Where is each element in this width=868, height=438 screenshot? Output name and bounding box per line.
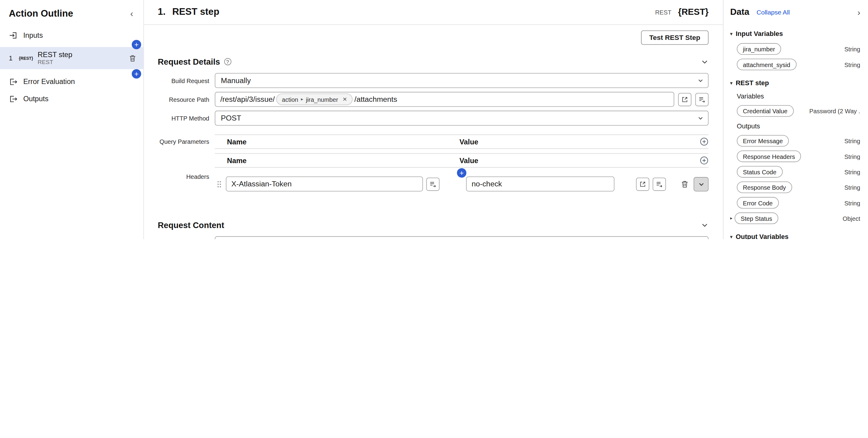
- section-title: Output Variables: [736, 233, 788, 239]
- sidebar-item-error-evaluation[interactable]: Error Evaluation: [0, 73, 143, 90]
- caret-down-icon: ▾: [730, 31, 732, 36]
- insert-header-row-button[interactable]: +: [457, 168, 466, 178]
- section-input-variables[interactable]: ▾ Input Variables: [730, 30, 860, 38]
- chevron-down-icon: [698, 115, 704, 121]
- help-icon[interactable]: ?: [224, 58, 231, 65]
- toggle-input-type-button[interactable]: [636, 177, 650, 191]
- outputs-icon: [9, 94, 18, 103]
- data-pill-type: String: [844, 153, 861, 160]
- page-title-number: 1.: [158, 7, 166, 18]
- page-title: 1. REST step: [158, 7, 219, 18]
- step-type-label: REST: [655, 9, 672, 15]
- resource-path-input[interactable]: /rest/api/3/issue/ action ▸ jira_number …: [215, 92, 674, 107]
- step-subtitle: REST: [38, 59, 72, 66]
- pill-arrow-icon: ▸: [301, 97, 303, 102]
- rest-type-badge: {REST}: [678, 7, 708, 17]
- section-rest-step[interactable]: ▾ REST step: [730, 79, 860, 87]
- collapse-all-link[interactable]: Collapse All: [756, 9, 858, 15]
- data-pill[interactable]: Response Headers: [737, 150, 801, 162]
- data-pill-row: Error Code String: [737, 197, 860, 208]
- data-pill[interactable]: Credential Value: [737, 105, 794, 116]
- collapse-section-icon[interactable]: [701, 221, 709, 229]
- data-pill-row: jira_number String: [737, 43, 860, 55]
- add-step-button-top[interactable]: +: [132, 40, 141, 49]
- data-panel-header: Data Collapse All ›: [730, 0, 860, 25]
- data-panel: Data Collapse All › ▾ Input Variables ji…: [723, 0, 868, 239]
- sidebar-item-inputs[interactable]: Inputs: [0, 27, 143, 44]
- http-method-select[interactable]: POST: [215, 110, 709, 125]
- step-editor: 1. REST step REST {REST} Test REST Step …: [144, 0, 723, 239]
- step-editor-header: 1. REST step REST {REST}: [144, 0, 723, 25]
- action-outline-panel: Action Outline ‹ Inputs + 1 {REST} REST …: [0, 0, 144, 239]
- headers-label: Headers: [158, 173, 209, 179]
- data-pill-type: Password (2 Way ...: [809, 107, 861, 114]
- data-pill-row: Response Headers String: [737, 150, 860, 162]
- request-content-title: Request Content: [158, 220, 224, 230]
- resource-path-prefix: /rest/api/3/issue/: [220, 95, 275, 103]
- rest-badge-icon: {REST}: [19, 56, 33, 60]
- sidebar-item-outputs[interactable]: Outputs: [0, 90, 143, 107]
- resource-path-suffix: /attachments: [354, 95, 397, 103]
- column-header-name: Name: [227, 137, 459, 145]
- data-pill[interactable]: Status Code: [737, 166, 782, 177]
- data-pill[interactable]: Error Code: [737, 197, 779, 208]
- action-outline-title: Action Outline: [9, 8, 73, 19]
- data-pill-picker-button[interactable]: [695, 93, 708, 106]
- subsection-outputs: Outputs: [737, 122, 860, 130]
- request-type-select[interactable]: Multipart: [215, 236, 709, 239]
- data-pill-picker-button[interactable]: [652, 177, 666, 191]
- resource-path-label: Resource Path: [158, 96, 209, 103]
- section-output-variables[interactable]: ▾ Output Variables: [730, 233, 860, 239]
- chevron-right-icon[interactable]: ›: [858, 7, 860, 17]
- action-designer-app: Action Outline ‹ Inputs + 1 {REST} REST …: [0, 0, 868, 239]
- data-pill-picker-button[interactable]: [426, 177, 439, 191]
- collapse-row-button[interactable]: [693, 177, 708, 191]
- subsection-variables: Variables: [737, 93, 860, 100]
- remove-pill-icon[interactable]: ✕: [342, 96, 347, 102]
- header-name-input[interactable]: X-Atlassian-Token: [226, 176, 423, 191]
- sidebar-item-label: Outputs: [23, 95, 49, 103]
- request-content-section-header: Request Content: [158, 220, 708, 230]
- add-query-parameter-button[interactable]: [700, 137, 708, 146]
- add-header-button[interactable]: [700, 156, 708, 165]
- sidebar-item-label: Inputs: [23, 31, 43, 39]
- data-pill-row: ▸ Step Status Object: [730, 212, 860, 224]
- http-method-label: HTTP Method: [158, 115, 209, 122]
- caret-down-icon: ▾: [730, 80, 732, 85]
- caret-right-icon[interactable]: ▸: [730, 216, 732, 221]
- chevron-left-icon: ‹: [130, 9, 133, 18]
- data-pill-row: Status Code String: [737, 166, 860, 177]
- data-pill[interactable]: jira_number: [737, 43, 781, 55]
- sidebar-step-rest[interactable]: 1 {REST} REST step REST: [0, 47, 143, 69]
- step-index: 1: [9, 54, 14, 62]
- data-pill-jira-number[interactable]: action ▸ jira_number ✕: [277, 94, 353, 105]
- step-text: REST step REST: [38, 51, 72, 66]
- column-header-value: Value: [459, 156, 700, 164]
- data-pill-type: String: [844, 137, 861, 144]
- toggle-input-type-button[interactable]: [678, 93, 691, 106]
- query-parameters-table: Name Value: [215, 134, 709, 149]
- step-title: REST step: [38, 51, 72, 59]
- add-step-button-bottom[interactable]: +: [132, 69, 141, 78]
- collapse-outline-button[interactable]: ‹: [126, 8, 138, 20]
- section-title: REST step: [736, 79, 769, 87]
- drag-handle-icon[interactable]: [217, 180, 221, 188]
- data-pill[interactable]: attachment_sysid: [737, 59, 796, 70]
- action-outline-header: Action Outline ‹: [0, 0, 143, 27]
- data-pill-type: String: [844, 45, 861, 52]
- header-value-input[interactable]: no-check: [466, 176, 614, 191]
- data-pill-row: Credential Value Password (2 Way ...: [737, 105, 860, 116]
- test-rest-step-button[interactable]: Test REST Step: [641, 31, 709, 45]
- error-evaluation-icon: [9, 77, 18, 86]
- collapse-section-icon[interactable]: [701, 58, 709, 66]
- data-pill-row: Error Message String: [737, 135, 860, 146]
- pill-field: jira_number: [306, 96, 338, 103]
- page-title-text: REST step: [172, 7, 219, 18]
- data-pill[interactable]: Response Body: [737, 181, 792, 193]
- section-title: Input Variables: [736, 30, 783, 38]
- delete-header-icon[interactable]: [680, 179, 689, 188]
- delete-step-icon[interactable]: [128, 54, 136, 62]
- build-request-select[interactable]: Manually: [215, 73, 709, 88]
- data-pill[interactable]: Error Message: [737, 135, 789, 146]
- data-pill[interactable]: Step Status: [735, 212, 778, 224]
